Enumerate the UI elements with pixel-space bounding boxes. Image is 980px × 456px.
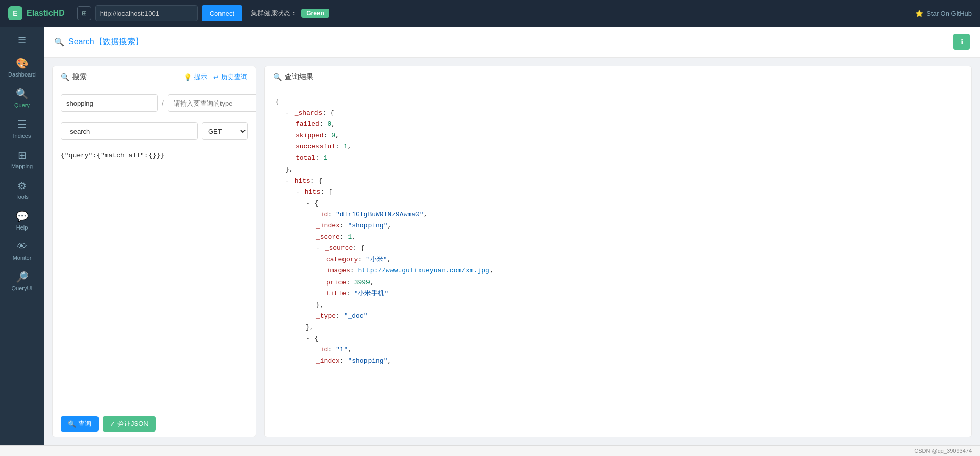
main-layout: ☰ 🎨 Dashboard 🔍 Query ☰ Indices ⊞ Mappin… xyxy=(0,27,980,445)
json-line: _index: "shopping", xyxy=(275,220,961,232)
sidebar-item-label: Mapping xyxy=(11,163,33,169)
github-label: Star On GitHub xyxy=(926,10,972,17)
search-icon-small: 🔍 xyxy=(61,73,69,81)
sidebar-item-mapping[interactable]: ⊞ Mapping xyxy=(0,144,44,172)
left-panel: 🔍 搜索 💡 提示 ↩ 历史查询 xyxy=(52,66,256,437)
validate-button[interactable]: ✓ 验证JSON xyxy=(103,416,156,432)
connect-button[interactable]: Connect xyxy=(202,5,242,21)
method-select[interactable]: GET POST PUT DELETE xyxy=(202,122,248,140)
logo-area: E ElasticHD xyxy=(8,6,65,20)
page-title-text: Search【数据搜索】 xyxy=(68,37,143,47)
json-line: price: 3999, xyxy=(275,277,961,288)
json-line: }, xyxy=(275,322,961,333)
validate-btn-label: 验证JSON xyxy=(117,419,149,428)
result-icon: 🔍 xyxy=(273,73,282,81)
sidebar-item-label: QueryUI xyxy=(12,285,33,291)
sidebar-item-query[interactable]: 🔍 Query xyxy=(0,83,44,111)
sidebar-item-help[interactable]: 💬 Help xyxy=(0,205,44,234)
indices-icon: ☰ xyxy=(17,118,27,131)
sidebar-item-label: Tools xyxy=(15,194,29,200)
panel-footer: 🔍 查询 ✓ 验证JSON xyxy=(53,411,256,437)
json-line: - hits: { xyxy=(275,175,961,187)
sidebar-item-label: Help xyxy=(16,224,28,231)
server-icon: ⊞ xyxy=(77,6,91,20)
page-title: 🔍 Search【数据搜索】 xyxy=(54,37,143,47)
tools-icon: ⚙ xyxy=(17,180,27,192)
type-input[interactable] xyxy=(168,94,256,112)
json-line: }, xyxy=(275,299,961,311)
search-btn-icon: 🔍 xyxy=(68,420,76,428)
json-line: - { xyxy=(275,333,961,344)
health-badge: Green xyxy=(301,9,329,18)
sidebar: ☰ 🎨 Dashboard 🔍 Query ☰ Indices ⊞ Mappin… xyxy=(0,27,44,445)
top-navigation: E ElasticHD ⊞ Connect 集群健康状态： Green ⭐ St… xyxy=(0,0,980,27)
json-line: failed: 0, xyxy=(275,119,961,130)
url-input[interactable] xyxy=(95,5,198,21)
json-line: _id: "dlr1GIgBuW0TNz9Awma0", xyxy=(275,209,961,220)
hint-label: 提示 xyxy=(194,72,207,82)
left-panel-header: 🔍 搜索 💡 提示 ↩ 历史查询 xyxy=(53,66,256,88)
github-icon: ⭐ xyxy=(915,10,923,17)
json-line: - hits: [ xyxy=(275,187,961,198)
sidebar-item-label: Indices xyxy=(13,133,31,139)
json-line: category: "小米", xyxy=(275,254,961,265)
history-icon: ↩ xyxy=(213,73,219,81)
result-title: 🔍 查询结果 xyxy=(273,72,963,82)
panel-actions: 💡 提示 ↩ 历史查询 xyxy=(184,72,248,82)
json-line: successful: 1, xyxy=(275,141,961,153)
separator: / xyxy=(162,99,164,107)
monitor-icon: 👁 xyxy=(17,241,27,252)
index-input[interactable] xyxy=(61,94,158,112)
history-link[interactable]: ↩ 历史查询 xyxy=(213,72,248,82)
hint-icon: 💡 xyxy=(184,73,192,81)
hamburger-icon: ☰ xyxy=(18,35,26,46)
json-line: _type: "_doc" xyxy=(275,311,961,322)
logo-text: ElasticHD xyxy=(27,9,65,18)
json-line: _index: "shopping", xyxy=(275,356,961,367)
result-header: 🔍 查询结果 xyxy=(265,66,971,88)
dashboard-icon: 🎨 xyxy=(16,57,29,69)
bottom-bar: CSDN @qq_39093474 xyxy=(0,445,980,456)
json-line: - _shards: { xyxy=(275,108,961,119)
validate-icon: ✓ xyxy=(110,420,115,428)
panel-title: 🔍 搜索 xyxy=(61,72,87,82)
page-header: 🔍 Search【数据搜索】 ℹ xyxy=(44,27,980,58)
json-line: _score: 1, xyxy=(275,232,961,243)
sidebar-menu-button[interactable]: ☰ xyxy=(0,31,44,50)
github-link[interactable]: ⭐ Star On GitHub xyxy=(915,10,972,17)
search-inputs: / xyxy=(53,88,256,118)
right-panel: 🔍 查询结果 { - _shards: { failed: 0, skipped… xyxy=(264,66,972,437)
query-editor[interactable]: {"query":{"match_all":{}}} xyxy=(53,144,256,411)
search-area: 🔍 搜索 💡 提示 ↩ 历史查询 xyxy=(44,58,980,445)
sidebar-item-label: Dashboard xyxy=(8,71,36,78)
search-btn-label: 查询 xyxy=(78,419,91,428)
health-status: 集群健康状态： Green xyxy=(251,9,329,18)
history-label: 历史查询 xyxy=(221,72,248,82)
json-line: images: http://www.gulixueyuan.com/xm.jp… xyxy=(275,265,961,276)
credit-text: CSDN @qq_39093474 xyxy=(914,448,972,454)
sidebar-item-monitor[interactable]: 👁 Monitor xyxy=(0,236,44,264)
json-line: total: 1 xyxy=(275,153,961,164)
mapping-icon: ⊞ xyxy=(18,149,27,161)
hint-link[interactable]: 💡 提示 xyxy=(184,72,207,82)
json-line: - _source: { xyxy=(275,243,961,254)
search-button[interactable]: 🔍 查询 xyxy=(61,416,99,432)
sidebar-item-tools[interactable]: ⚙ Tools xyxy=(0,174,44,203)
json-line: { xyxy=(275,96,961,108)
json-line: }, xyxy=(275,164,961,175)
json-line: - { xyxy=(275,198,961,209)
result-title-text: 查询结果 xyxy=(285,72,313,82)
json-line: _id: "1", xyxy=(275,344,961,356)
sidebar-item-label: Monitor xyxy=(13,255,32,261)
panel-title-text: 搜索 xyxy=(72,72,87,82)
json-line: skipped: 0, xyxy=(275,130,961,141)
method-row: GET POST PUT DELETE xyxy=(53,118,256,144)
queryui-icon: 🔎 xyxy=(16,271,29,283)
sidebar-item-queryui[interactable]: 🔎 QueryUI xyxy=(0,266,44,294)
url-area: ⊞ Connect xyxy=(77,5,242,21)
sidebar-item-dashboard[interactable]: 🎨 Dashboard xyxy=(0,52,44,81)
help-icon: 💬 xyxy=(16,210,29,222)
info-button[interactable]: ℹ xyxy=(953,34,970,50)
endpoint-input[interactable] xyxy=(61,122,198,140)
sidebar-item-indices[interactable]: ☰ Indices xyxy=(0,113,44,142)
